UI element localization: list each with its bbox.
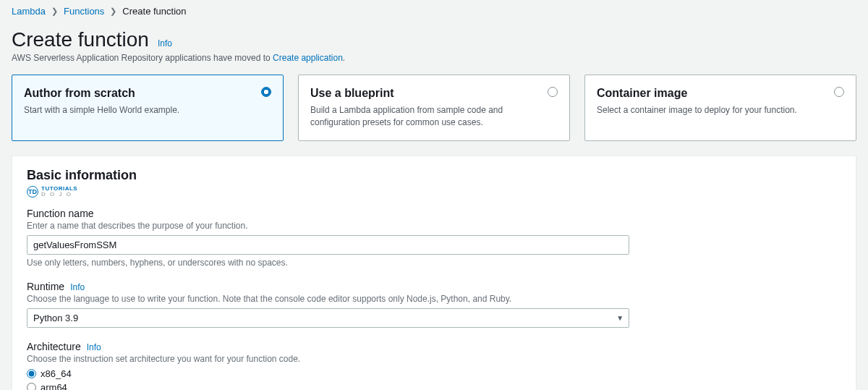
breadcrumb-current: Create function — [122, 6, 186, 17]
function-name-field: Function name Enter a name that describe… — [27, 208, 841, 268]
function-name-desc: Enter a name that describes the purpose … — [27, 221, 841, 231]
chevron-right-icon: ❯ — [51, 7, 58, 16]
chevron-right-icon: ❯ — [110, 7, 116, 16]
radio-selected-icon — [261, 87, 271, 97]
runtime-label: Runtime — [27, 281, 64, 292]
option-card-desc: Start with a simple Hello World example. — [24, 104, 252, 116]
option-author-from-scratch[interactable]: Author from scratch Start with a simple … — [12, 75, 284, 141]
page-title: Create function — [12, 28, 149, 51]
option-use-blueprint[interactable]: Use a blueprint Build a Lambda applicati… — [298, 75, 570, 141]
architecture-label-arm64[interactable]: arm64 — [41, 382, 67, 390]
page-subtext-prefix: AWS Serverless Application Repository ap… — [12, 53, 273, 63]
option-container-image[interactable]: Container image Select a container image… — [584, 75, 856, 141]
option-card-title: Author from scratch — [24, 87, 252, 100]
create-application-link[interactable]: Create application — [273, 53, 343, 63]
tutorials-dojo-text: TUTORIALS D O J O — [41, 186, 77, 198]
tutorials-dojo-icon: TD — [27, 186, 38, 198]
basic-information-panel: Basic information TD TUTORIALS D O J O F… — [12, 156, 856, 390]
option-card-title: Use a blueprint — [310, 87, 539, 100]
runtime-desc: Choose the language to use to write your… — [27, 294, 841, 304]
radio-unselected-icon — [548, 87, 558, 97]
option-card-title: Container image — [597, 87, 825, 100]
architecture-label-x86_64[interactable]: x86_64 — [41, 368, 72, 379]
page-subtext: AWS Serverless Application Repository ap… — [12, 53, 856, 63]
function-name-label: Function name — [27, 208, 841, 219]
architecture-desc: Choose the instruction set architecture … — [27, 354, 841, 364]
function-name-hint: Use only letters, numbers, hyphens, or u… — [27, 258, 841, 268]
option-card-desc: Select a container image to deploy for y… — [597, 104, 825, 116]
basic-information-title: Basic information — [27, 168, 841, 183]
architecture-radio-arm64[interactable] — [27, 383, 36, 390]
architecture-field: Architecture Info Choose the instruction… — [27, 341, 841, 390]
breadcrumb-lambda[interactable]: Lambda — [12, 6, 46, 17]
architecture-option-x86_64[interactable]: x86_64 — [27, 368, 841, 379]
architecture-option-arm64[interactable]: arm64 — [27, 382, 841, 390]
creation-method-cards: Author from scratch Start with a simple … — [12, 75, 856, 141]
runtime-field: Runtime Info Choose the language to use … — [27, 281, 841, 328]
tutorials-dojo-watermark: TD TUTORIALS D O J O — [27, 186, 77, 198]
runtime-select[interactable]: Python 3.9 — [27, 308, 629, 328]
breadcrumb: Lambda ❯ Functions ❯ Create function — [12, 6, 856, 17]
breadcrumb-functions[interactable]: Functions — [64, 6, 104, 17]
function-name-input[interactable] — [27, 235, 629, 255]
runtime-info-link[interactable]: Info — [70, 282, 85, 292]
architecture-radio-x86_64[interactable] — [27, 369, 36, 378]
architecture-info-link[interactable]: Info — [87, 342, 101, 352]
page-title-info-link[interactable]: Info — [158, 38, 172, 48]
architecture-label: Architecture — [27, 341, 81, 352]
page-header: Create function Info AWS Serverless Appl… — [12, 28, 856, 63]
option-card-desc: Build a Lambda application from sample c… — [310, 104, 539, 129]
page-subtext-suffix: . — [343, 53, 345, 63]
radio-unselected-icon — [834, 87, 844, 97]
